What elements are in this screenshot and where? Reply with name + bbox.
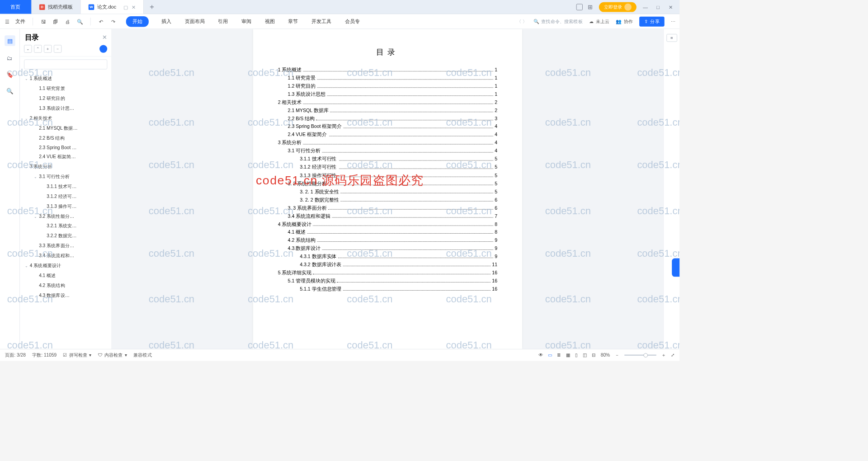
- ribbon-menu-7[interactable]: 开发工具: [311, 16, 332, 27]
- outline-item[interactable]: 1.3 系统设计思…: [20, 103, 112, 113]
- left-rail: ▤ 🗂 🔖 🔍: [0, 29, 20, 349]
- toc-line: 1.3 系统设计思想1: [278, 91, 497, 98]
- fit-width-icon[interactable]: ⤢: [671, 353, 675, 358]
- outline-item[interactable]: ⌄2 相关技术: [20, 113, 112, 123]
- outline-item[interactable]: 1.2 研究目的: [20, 94, 112, 103]
- outline-collapse-all[interactable]: ⌄: [24, 45, 32, 52]
- ribbon-menu-6[interactable]: 章节: [288, 16, 299, 27]
- outline-close-icon[interactable]: ✕: [102, 34, 107, 41]
- view-web-icon[interactable]: ▦: [566, 353, 570, 358]
- ribbon-menu-0[interactable]: 开始: [126, 16, 149, 27]
- outline-item[interactable]: ⌄3.2 系统性能分…: [20, 211, 112, 221]
- toc-line: 5.1 管理员模块的实现16: [278, 278, 497, 285]
- ribbon-menu-8[interactable]: 会员专: [344, 16, 360, 27]
- new-tab-button[interactable]: ＋: [144, 0, 159, 14]
- outline-tree: ⌄1 系统概述1.1 研究背景1.2 研究目的1.3 系统设计思…⌄2 相关技术…: [20, 72, 112, 349]
- status-compat[interactable]: 兼容模式: [133, 352, 152, 358]
- more-icon[interactable]: ⋯: [671, 19, 676, 24]
- outline-item[interactable]: 3.2.1 系统安…: [20, 221, 112, 231]
- title-tab-bar: 首页 D 找稻壳模板 W 论文.doc ▢ ✕ ＋ ⊞ 立即登录 — □ ✕: [0, 0, 679, 14]
- outline-item[interactable]: 2.3 Spring Boot …: [20, 143, 112, 152]
- tab-close-icon[interactable]: ✕: [132, 4, 136, 10]
- ai-side-tab[interactable]: [672, 259, 679, 277]
- tab-popout-icon[interactable]: ▢: [123, 4, 128, 10]
- toc-line: 3. 2 系统性能分析5: [278, 180, 497, 187]
- outline-item[interactable]: 4.3 数据库设…: [20, 291, 112, 301]
- toc-line: 5 系统详细实现16: [278, 269, 497, 277]
- outline-item[interactable]: 3.4 系统流程和…: [20, 251, 112, 261]
- zoom-in-icon[interactable]: ＋: [661, 352, 666, 358]
- toc-line: 4.3.2 数据库设计表11: [278, 261, 497, 268]
- toc-line: 3.1 可行性分析4: [278, 148, 497, 155]
- command-search[interactable]: 🔍 查找命令、搜索模板: [533, 18, 583, 24]
- status-spellcheck[interactable]: ☑ 拼写检查 ▾: [63, 352, 91, 358]
- ribbon-menu-2[interactable]: 页面布局: [184, 16, 205, 27]
- status-bar: 页面: 3/28 字数: 11059 ☑ 拼写检查 ▾ 🛡 内容检查 ▾ 兼容模…: [0, 349, 679, 361]
- ribbon-menu-1[interactable]: 插入: [160, 16, 172, 27]
- outline-item[interactable]: ⌄4 系统概要设计: [20, 261, 112, 271]
- outline-item[interactable]: 3.1.1 技术可…: [20, 182, 112, 192]
- view-read-icon[interactable]: 👁: [538, 353, 543, 358]
- apps-icon[interactable]: ⊞: [588, 4, 594, 10]
- ribbon-menu-5[interactable]: 视图: [264, 16, 275, 27]
- tab-templates[interactable]: D 找稻壳模板: [32, 0, 81, 14]
- login-button[interactable]: 立即登录: [599, 2, 637, 12]
- status-contentcheck[interactable]: 🛡 内容检查 ▾: [98, 352, 127, 358]
- outline-item[interactable]: 3.1.2 经济可…: [20, 192, 112, 202]
- hamburger-icon[interactable]: ☰: [4, 18, 11, 25]
- tab-home[interactable]: 首页: [0, 0, 32, 14]
- zoom-slider[interactable]: [624, 355, 656, 356]
- collab-button[interactable]: 👥协作: [616, 18, 633, 24]
- view-page-icon[interactable]: ▭: [548, 353, 552, 358]
- rail-search-icon[interactable]: 🔍: [6, 87, 14, 95]
- layout-icon[interactable]: [576, 4, 583, 10]
- rail-clipboard-icon[interactable]: 🗂: [6, 55, 14, 62]
- ribbon-menu-4[interactable]: 审阅: [241, 16, 252, 27]
- outline-item[interactable]: 3.1.3 操作可…: [20, 202, 112, 212]
- outline-item[interactable]: 2.1 MYSQL 数据…: [20, 123, 112, 133]
- outline-item[interactable]: 4.1 概述: [20, 271, 112, 281]
- cloud-status[interactable]: ☁未上云: [589, 18, 609, 24]
- outline-item[interactable]: 1.1 研究背景: [20, 84, 112, 94]
- window-maximize[interactable]: □: [654, 4, 662, 10]
- view-phone-icon[interactable]: ▯: [575, 353, 577, 358]
- outline-item[interactable]: ⌄1 系统概述: [20, 74, 112, 84]
- print-icon[interactable]: 🖨: [64, 18, 71, 25]
- outline-item[interactable]: 3.3 系统界面分…: [20, 241, 112, 251]
- outline-item[interactable]: 2.2 B/S 结构: [20, 133, 112, 143]
- status-page[interactable]: 页面: 3/28: [5, 352, 26, 358]
- ruler-icon[interactable]: ⊟: [592, 353, 596, 358]
- outline-item[interactable]: 3.2.2 数据完…: [20, 231, 112, 241]
- outline-add[interactable]: ＋: [44, 45, 52, 52]
- doc-toc-heading: 目录: [278, 47, 497, 57]
- outline-item[interactable]: 4.2 系统结构: [20, 281, 112, 291]
- right-rail-toggle[interactable]: ≡: [666, 34, 677, 42]
- right-rail: ≡: [663, 29, 679, 349]
- outline-search-input[interactable]: [24, 60, 107, 70]
- redo-icon[interactable]: ↷: [110, 18, 117, 25]
- rail-outline-icon[interactable]: ▤: [5, 35, 15, 46]
- zoom-value[interactable]: 80%: [601, 353, 610, 358]
- document-canvas[interactable]: 目录 1 系统概述11.1 研究背景11.2 研究目的11.3 系统设计思想12…: [112, 29, 663, 349]
- print-preview-icon[interactable]: 🔍: [76, 18, 83, 25]
- view-outline-icon[interactable]: ≣: [557, 353, 561, 358]
- outline-item[interactable]: 2.4 VUE 框架简…: [20, 152, 112, 162]
- tab-document[interactable]: W 论文.doc ▢ ✕: [81, 0, 144, 14]
- save-icon[interactable]: 🖫: [40, 18, 47, 25]
- view-split-icon[interactable]: ◫: [583, 353, 587, 358]
- share-button[interactable]: ⇪分享: [639, 16, 665, 26]
- status-words[interactable]: 字数: 11059: [32, 352, 57, 358]
- zoom-out-icon[interactable]: －: [615, 352, 619, 358]
- save-as-icon[interactable]: 🗐: [52, 18, 59, 25]
- file-menu[interactable]: 文件: [15, 18, 25, 24]
- rail-bookmark-icon[interactable]: 🔖: [6, 71, 14, 79]
- outline-item[interactable]: ⌄3.1 可行性分析: [20, 172, 112, 182]
- outline-remove[interactable]: －: [54, 45, 61, 52]
- window-minimize[interactable]: —: [642, 4, 649, 10]
- undo-icon[interactable]: ↶: [98, 18, 105, 25]
- ribbon-menu-3[interactable]: 引用: [217, 16, 229, 27]
- outline-item[interactable]: ⌄3 系统分析: [20, 162, 112, 172]
- window-close[interactable]: ✕: [667, 4, 675, 10]
- outline-expand-all[interactable]: ⌃: [34, 45, 42, 52]
- outline-sync-icon[interactable]: [99, 45, 107, 52]
